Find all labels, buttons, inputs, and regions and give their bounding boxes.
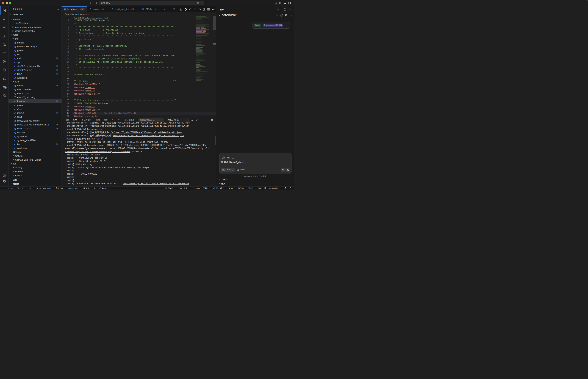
svg-text:C: C xyxy=(3,95,4,96)
